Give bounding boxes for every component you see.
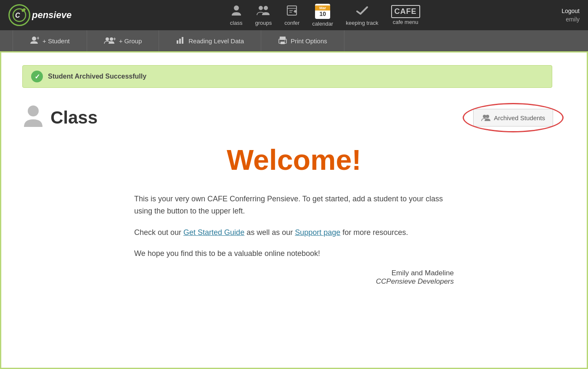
svg-point-24	[483, 115, 486, 118]
logo-text: pensieve	[32, 10, 72, 21]
svg-text:C: C	[15, 12, 20, 19]
get-started-guide-link[interactable]: Get Started Guide	[183, 228, 244, 237]
confer-icon	[286, 5, 298, 19]
archived-students-button[interactable]: Archived Students	[473, 109, 553, 127]
add-student-icon: +	[30, 36, 39, 46]
svg-rect-16	[177, 40, 178, 44]
groups-icon	[257, 5, 270, 19]
print-icon	[278, 36, 287, 46]
welcome-paragraph-2: Check out our Get Started Guide as well …	[134, 227, 454, 239]
svg-rect-19	[280, 37, 286, 40]
svg-rect-18	[182, 37, 183, 44]
svg-point-25	[486, 115, 489, 118]
svg-point-22	[284, 40, 286, 41]
svg-point-23	[28, 105, 39, 116]
svg-rect-17	[179, 39, 181, 44]
main-content: ✓ Student Archived Successfully Class	[0, 51, 588, 369]
top-navigation: C pensieve class	[0, 0, 588, 30]
success-icon: ✓	[31, 71, 43, 82]
reading-level-button[interactable]: Reading Level Data	[159, 30, 261, 51]
class-person-icon	[22, 104, 44, 131]
welcome-body: This is your very own CAFE Conferring Pe…	[134, 193, 454, 260]
nav-confer[interactable]: confer	[284, 5, 299, 26]
svg-point-14	[110, 37, 113, 41]
svg-rect-21	[281, 42, 285, 44]
keeping-track-icon	[355, 5, 369, 19]
svg-point-5	[259, 6, 263, 10]
class-title-area: Class	[22, 104, 98, 131]
signature: Emily and Madeline CCPensieve Developers	[134, 269, 454, 286]
nav-keeping-track[interactable]: keeping track	[346, 5, 378, 26]
signature-role: CCPensieve Developers	[134, 277, 454, 286]
welcome-title: Welcome!	[22, 143, 566, 176]
class-header: Class Archived Students	[22, 100, 566, 135]
success-message: Student Archived Successfully	[48, 73, 146, 80]
add-student-button[interactable]: + + Student	[13, 30, 87, 51]
svg-point-6	[264, 6, 268, 10]
nav-groups[interactable]: groups	[255, 5, 272, 26]
svg-point-13	[106, 37, 109, 41]
nav-items: class groups	[88, 4, 562, 27]
add-group-icon: +	[104, 36, 116, 46]
class-icon	[231, 5, 242, 19]
logout-link[interactable]: Logout	[562, 8, 580, 14]
secondary-navigation: + + Student + + Group Reading Level Data	[0, 30, 588, 51]
user-menu: Logout emily	[562, 8, 580, 23]
chart-icon	[176, 36, 185, 46]
logo-icon: C	[12, 8, 26, 22]
add-group-button[interactable]: + + Group	[87, 30, 159, 51]
svg-text:+: +	[113, 36, 116, 42]
svg-point-11	[32, 37, 36, 41]
success-alert: ✓ Student Archived Successfully	[22, 65, 552, 88]
nav-class[interactable]: class	[230, 5, 243, 26]
svg-text:+: +	[37, 36, 39, 41]
class-title: Class	[50, 108, 98, 128]
archived-area: Archived Students	[461, 100, 566, 135]
nav-cafe-menu[interactable]: CAFE cafe menu	[391, 5, 420, 25]
username-label: emily	[566, 16, 580, 23]
logo[interactable]: C pensieve	[8, 4, 72, 26]
signature-name: Emily and Madeline	[134, 269, 454, 277]
welcome-paragraph-1: This is your very own CAFE Conferring Pe…	[134, 193, 454, 217]
nav-calendar[interactable]: Mar 10 calendar	[312, 4, 333, 27]
support-page-link[interactable]: Support page	[295, 228, 340, 237]
cafe-icon: CAFE	[391, 5, 420, 18]
archived-icon	[481, 113, 490, 122]
welcome-paragraph-3: We hope you find this to be a valuable o…	[134, 248, 454, 260]
svg-point-4	[234, 5, 239, 11]
print-options-button[interactable]: Print Options	[261, 30, 344, 51]
